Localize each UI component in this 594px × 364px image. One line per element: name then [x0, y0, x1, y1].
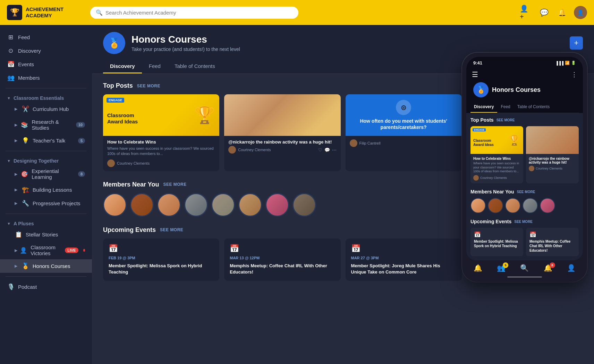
comment-icon[interactable]: 💬 [324, 147, 330, 153]
battery-icon: 🔋 [571, 61, 576, 65]
victories-icon: 👤 [20, 247, 27, 254]
phone-post-1[interactable]: ENGAGE ClassroomAward Ideas 🏆 How to Cel… [470, 126, 523, 183]
sidebar-item-feed[interactable]: ⊞ Feed [0, 31, 92, 44]
search-input[interactable] [105, 10, 293, 16]
member-avatar-5[interactable] [211, 193, 235, 217]
member-avatar-8[interactable] [292, 193, 316, 217]
phone-more-icon[interactable]: ⋮ [571, 71, 577, 78]
sidebar-item-honors-courses[interactable]: ▶ 🏅 Honors Courses [0, 259, 92, 273]
chat-icon[interactable]: 💬 [538, 6, 550, 19]
sidebar-item-stellar[interactable]: 📋 Stellar Stories [0, 228, 92, 241]
expand-arrow-experiential: ▶ [15, 172, 19, 176]
members-see-more[interactable]: SEE MORE [163, 182, 186, 187]
phone-tab-feed[interactable]: Feed [497, 102, 514, 113]
member-avatar-4[interactable] [184, 193, 208, 217]
members-title: Members Near You [103, 181, 159, 188]
sidebar-divider-2 [6, 151, 86, 151]
phone-member-5[interactable] [540, 198, 555, 213]
top-posts-see-more[interactable]: SEE MORE [137, 84, 160, 88]
phone-profile-bottom-icon[interactable]: 👤 [567, 264, 576, 272]
phone-member-2[interactable] [488, 198, 503, 213]
sidebar-label-members: Members [18, 75, 40, 81]
sidebar-item-podcast[interactable]: 🎙️ Podcast [0, 280, 92, 294]
post-author-1: Courtney Clements [107, 159, 215, 167]
post-card-2[interactable]: @nickarrojo the rainbow activity was a h… [224, 94, 340, 171]
event-card-3[interactable]: 📅 MAR 27 @ 3PM Member Spotlight: Joreg M… [346, 239, 462, 281]
phone-author-name-1: Courtney Clements [480, 176, 507, 180]
sidebar-item-experiential[interactable]: ▶ 🎯 Experiential Learning 8 [0, 165, 92, 183]
author-name-2: Courtney Clements [238, 148, 271, 152]
phone-tab-toc[interactable]: Table of Contents [514, 102, 553, 113]
sidebar-section-classroom[interactable]: ▼ Classroom Essentials [0, 92, 92, 102]
member-avatar-1[interactable] [103, 193, 127, 217]
phone-member-1[interactable] [470, 198, 486, 213]
event-card-1[interactable]: 📅 FEB 19 @ 3PM Member Spotlight: Melissa… [103, 239, 219, 281]
phone-event-cal-1: 📅 [474, 231, 520, 238]
phone-event-1[interactable]: 📅 Member Spotlight: Melissa Spork on Hyb… [470, 228, 523, 256]
post-card-3[interactable]: ⊜ How often do you meet with students' p… [346, 94, 462, 171]
like-icon[interactable]: ♡ [318, 147, 322, 153]
events-icon: 📅 [7, 61, 15, 68]
phone-posts-grid: ENGAGE ClassroomAward Ideas 🏆 How to Cel… [470, 126, 579, 183]
sidebar-item-building-lessons[interactable]: ▶ 🏗️ Building Lessons [0, 183, 92, 197]
phone-post-body-1: How to Celebrate Wins Where have you see… [470, 154, 523, 183]
blue-card-text: How often do you meet with students' par… [350, 118, 458, 130]
sidebar-item-curriculum[interactable]: ▶ ✂️ Curriculum Hub [0, 102, 92, 116]
building-icon: 🏗️ [22, 186, 29, 193]
member-avatar-7[interactable] [265, 193, 289, 217]
chevron-icon-designing: ▼ [7, 159, 11, 163]
tab-discovery[interactable]: Discovery [103, 60, 142, 73]
member-avatar-6[interactable] [238, 193, 262, 217]
event-card-2[interactable]: 📅 MAR 13 @ 12PM Memphis Meetup: Coffee C… [224, 239, 340, 281]
phone-see-more-1[interactable]: SEE MORE [497, 118, 515, 122]
phone-see-more-2[interactable]: SEE MORE [517, 190, 535, 194]
sidebar-item-members[interactable]: 👥 Members [0, 71, 92, 85]
sidebar-item-teachers-talk[interactable]: ▶ 💡 Teacher's Talk 5 [0, 134, 92, 147]
tab-table-of-contents[interactable]: Table of Contents [168, 60, 222, 73]
author-avatar-3 [350, 139, 357, 147]
search-bar[interactable]: 🔍 [90, 7, 298, 19]
add-friend-icon[interactable]: 👤+ [520, 6, 532, 19]
sidebar-label-honors: Honors Courses [33, 263, 70, 269]
phone-see-more-3[interactable]: SEE MORE [514, 220, 533, 224]
header-icons: 👤+ 💬 🔔 👤 [520, 6, 587, 19]
phone-notch-area: 9:41 ▐▐▐ 📶 🔋 ☰ ⋮ 🏅 Honors Courses [466, 57, 583, 113]
more-icon[interactable]: ⋯ [332, 147, 337, 153]
members-icon: 👥 [7, 74, 15, 81]
post-card-1[interactable]: ENGAGE ClassroomAward Ideas 🏆 How to Cel… [103, 94, 219, 171]
event-date-3: MAR 27 @ 3PM [351, 256, 456, 260]
sidebar-section-designing[interactable]: ▼ Designing Together [0, 155, 92, 165]
tab-feed[interactable]: Feed [142, 60, 168, 73]
logo-icon: 🏆 [7, 5, 22, 20]
phone-member-4[interactable] [523, 198, 538, 213]
sidebar-label-feed: Feed [18, 34, 30, 40]
user-avatar[interactable]: 👤 [574, 6, 587, 19]
sidebar-item-classroom-victories[interactable]: ▶ 👤 Classroom Victories LIVE [0, 241, 92, 259]
phone-member-3[interactable] [505, 198, 520, 213]
events-see-more[interactable]: SEE MORE [160, 227, 183, 232]
member-avatar-3[interactable] [157, 193, 181, 217]
phone-chat-bottom-icon[interactable]: 👥 5 [497, 264, 506, 272]
main-layout: ⊞ Feed ⊙ Discovery 📅 Events 👥 Members ▼ … [0, 25, 594, 364]
phone-event-2[interactable]: 📅 Memphis Meetup: Coffee Chat IRL With O… [526, 228, 579, 256]
phone-bell-bottom-icon[interactable]: 🔔 8 [544, 264, 552, 272]
add-button[interactable]: + [570, 36, 583, 50]
stellar-icon: 📋 [15, 231, 22, 238]
sidebar-item-research[interactable]: ▶ 📚 Research & Studies 10 [0, 116, 92, 134]
wifi-icon: 📶 [565, 61, 570, 65]
sidebar-item-events[interactable]: 📅 Events [0, 58, 92, 71]
phone-search-bottom-icon[interactable]: 🔍 [520, 264, 529, 272]
member-avatar-2[interactable] [130, 193, 154, 217]
phone-body: Top Posts SEE MORE ENGAGE ClassroomAward… [466, 113, 583, 260]
phone-home-icon[interactable]: 🔔 [474, 264, 482, 272]
podcast-icon: 🎙️ [7, 283, 15, 291]
phone-status-bar: 9:41 ▐▐▐ 📶 🔋 [472, 60, 577, 66]
sidebar-section-apluses[interactable]: ▼ A Pluses [0, 217, 92, 228]
phone-tab-discovery[interactable]: Discovery [470, 102, 497, 113]
bell-icon[interactable]: 🔔 [556, 6, 568, 19]
event-date-1: FEB 19 @ 3PM [109, 256, 214, 260]
sidebar-item-discovery[interactable]: ⊙ Discovery [0, 44, 92, 58]
phone-menu-icon[interactable]: ☰ [472, 70, 478, 79]
sidebar-item-progressive[interactable]: ▶ 🔧 Progressive Projects [0, 197, 92, 210]
phone-post-2[interactable]: @nickarrojo the rainbow activity was a h… [526, 126, 579, 183]
